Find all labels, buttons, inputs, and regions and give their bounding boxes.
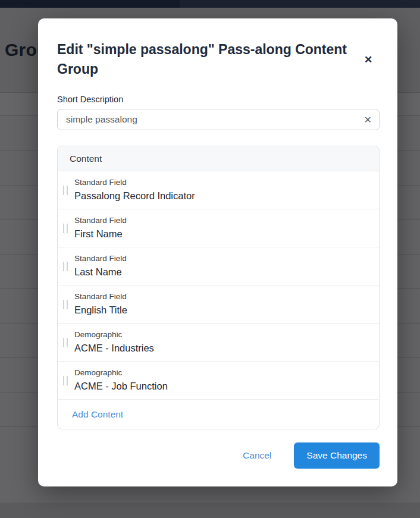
modal-title: Edit "simple passalong" Pass-along Conte…	[57, 40, 358, 79]
content-item: Standard Field Last Name	[58, 247, 379, 285]
close-icon[interactable]: ✕	[362, 53, 375, 66]
content-item-type: Demographic	[74, 329, 369, 341]
content-item-type: Standard Field	[74, 215, 369, 227]
short-description-input[interactable]	[57, 109, 380, 130]
drag-handle-icon[interactable]	[63, 300, 68, 309]
content-item-type: Standard Field	[74, 177, 369, 189]
short-description-label: Short Description	[57, 95, 380, 105]
navbar-left-segment	[0, 0, 180, 8]
content-card-header: Content	[58, 146, 379, 171]
content-item-name: ACME - Job Function	[74, 379, 369, 394]
drag-handle-icon[interactable]	[63, 224, 68, 233]
content-item-name: First Name	[74, 227, 369, 241]
drag-handle-icon[interactable]	[63, 376, 68, 385]
modal-footer: Cancel Save Changes	[57, 442, 380, 469]
drag-handle-icon[interactable]	[63, 338, 68, 347]
navbar-right-segment	[180, 0, 420, 8]
content-item-name: ACME - Industries	[74, 341, 369, 356]
edit-content-group-modal: Edit "simple passalong" Pass-along Conte…	[38, 18, 397, 486]
content-item: Standard Field English Title	[58, 285, 379, 324]
add-content-link[interactable]: Add Content	[72, 409, 123, 420]
save-changes-button[interactable]: Save Changes	[294, 442, 380, 469]
content-item-type: Standard Field	[74, 291, 369, 303]
content-item: Standard Field Passalong Record Indicato…	[58, 171, 379, 209]
add-content-row: Add Content	[58, 400, 379, 429]
content-item: Demographic ACME - Industries	[58, 324, 379, 362]
clear-input-icon[interactable]: ✕	[364, 114, 372, 125]
content-card: Content Standard Field Passalong Record …	[57, 146, 380, 429]
cancel-button[interactable]: Cancel	[243, 450, 271, 461]
content-item: Demographic ACME - Job Function	[58, 362, 379, 400]
content-item: Standard Field First Name	[58, 209, 379, 247]
top-navbar	[0, 0, 420, 8]
content-item-type: Standard Field	[74, 253, 369, 265]
short-description-field-wrap: ✕	[57, 109, 380, 130]
content-item-name: English Title	[74, 303, 369, 318]
content-item-name: Last Name	[74, 265, 369, 280]
content-item-type: Demographic	[74, 367, 369, 379]
content-item-name: Passalong Record Indicator	[74, 189, 369, 203]
drag-handle-icon[interactable]	[63, 262, 68, 271]
page-footer-band	[0, 503, 420, 518]
drag-handle-icon[interactable]	[63, 186, 68, 195]
